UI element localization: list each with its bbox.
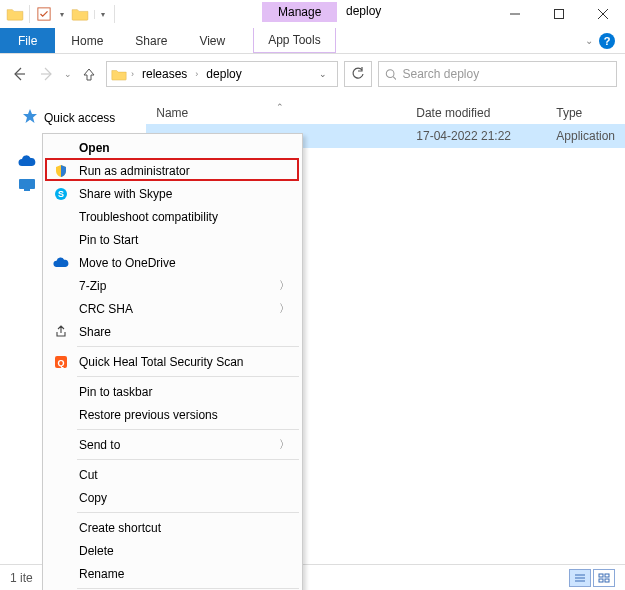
ribbon-expand: ⌄ ? — [575, 28, 625, 53]
column-label: Name — [156, 106, 188, 120]
expand-chevron-icon[interactable]: ⌄ — [585, 35, 593, 46]
svg-rect-16 — [599, 574, 603, 577]
menu-label: Cut — [79, 468, 290, 482]
menu-label: Pin to taskbar — [79, 385, 290, 399]
column-headers: Name ⌃ Date modified Type — [146, 94, 625, 124]
address-bar[interactable]: › releases › deploy ⌄ — [106, 61, 338, 87]
refresh-button[interactable] — [344, 61, 372, 87]
cloud-icon[interactable] — [18, 155, 42, 179]
menu-item-copy[interactable]: Copy — [45, 486, 300, 509]
address-dropdown-icon[interactable]: ⌄ — [311, 69, 335, 79]
app-tools-tab[interactable]: App Tools — [253, 28, 335, 53]
menu-label: Rename — [79, 567, 290, 581]
context-menu: Open Run as administrator S Share with S… — [42, 133, 303, 590]
blank-icon — [51, 436, 71, 454]
view-tab[interactable]: View — [183, 28, 241, 53]
menu-label: Share — [79, 325, 290, 339]
close-button[interactable] — [581, 0, 625, 28]
breadcrumb-item[interactable]: deploy — [200, 62, 247, 86]
menu-item-run-as-administrator[interactable]: Run as administrator — [45, 159, 300, 182]
sidebar-item-quick-access[interactable]: Quick access — [0, 104, 146, 131]
star-icon — [22, 108, 38, 127]
back-button[interactable] — [8, 63, 30, 85]
menu-separator — [77, 588, 299, 589]
svg-point-5 — [386, 69, 394, 77]
properties-icon[interactable] — [35, 6, 53, 22]
chevron-icon[interactable]: › — [131, 69, 134, 79]
menu-label: Open — [79, 141, 290, 155]
sidebar-item-label: Quick access — [44, 111, 115, 125]
forward-button[interactable] — [36, 63, 58, 85]
breadcrumb-item[interactable]: releases — [136, 62, 193, 86]
qat-dropdown-icon[interactable]: ▾ — [56, 10, 68, 19]
menu-item-crc-sha[interactable]: CRC SHA 〉 — [45, 297, 300, 320]
submenu-arrow-icon: 〉 — [279, 301, 290, 316]
column-type[interactable]: Type — [546, 106, 592, 120]
blank-icon — [51, 139, 71, 157]
monitor-icon[interactable] — [18, 178, 42, 202]
menu-separator — [77, 512, 299, 513]
maximize-button[interactable] — [537, 0, 581, 28]
file-tab[interactable]: File — [0, 28, 55, 53]
folder-icon[interactable] — [6, 6, 24, 22]
recent-locations-icon[interactable]: ⌄ — [64, 69, 72, 79]
cloud-icon — [51, 254, 71, 272]
blank-icon — [51, 489, 71, 507]
menu-item-restore-previous[interactable]: Restore previous versions — [45, 403, 300, 426]
menu-label: Move to OneDrive — [79, 256, 290, 270]
window-controls — [493, 0, 625, 28]
menu-item-pin-taskbar[interactable]: Pin to taskbar — [45, 380, 300, 403]
menu-item-pin-start[interactable]: Pin to Start — [45, 228, 300, 251]
menu-label: 7-Zip — [79, 279, 271, 293]
blank-icon — [51, 542, 71, 560]
menu-item-send-to[interactable]: Send to 〉 — [45, 433, 300, 456]
menu-item-rename[interactable]: Rename — [45, 562, 300, 585]
menu-label: Send to — [79, 438, 271, 452]
menu-item-7zip[interactable]: 7-Zip 〉 — [45, 274, 300, 297]
menu-label: Run as administrator — [79, 164, 290, 178]
menu-item-move-onedrive[interactable]: Move to OneDrive — [45, 251, 300, 274]
submenu-arrow-icon: 〉 — [279, 278, 290, 293]
menu-item-delete[interactable]: Delete — [45, 539, 300, 562]
folder-icon — [71, 6, 89, 22]
menu-label: Restore previous versions — [79, 408, 290, 422]
help-icon[interactable]: ? — [599, 33, 615, 49]
menu-label: Copy — [79, 491, 290, 505]
home-tab[interactable]: Home — [55, 28, 119, 53]
up-button[interactable] — [78, 63, 100, 85]
column-date[interactable]: Date modified — [406, 106, 546, 120]
skype-icon: S — [51, 185, 71, 203]
menu-item-create-shortcut[interactable]: Create shortcut — [45, 516, 300, 539]
share-tab[interactable]: Share — [119, 28, 183, 53]
menu-item-open[interactable]: Open — [45, 136, 300, 159]
svg-rect-19 — [605, 579, 609, 582]
menu-item-quickheal[interactable]: Q Quick Heal Total Security Scan — [45, 350, 300, 373]
svg-rect-17 — [605, 574, 609, 577]
svg-rect-7 — [19, 179, 35, 189]
details-view-button[interactable] — [569, 569, 591, 587]
chevron-icon[interactable]: ▾ — [94, 10, 109, 19]
menu-separator — [77, 459, 299, 460]
minimize-button[interactable] — [493, 0, 537, 28]
menu-label: CRC SHA — [79, 302, 271, 316]
search-input[interactable] — [402, 67, 610, 81]
icons-view-button[interactable] — [593, 569, 615, 587]
blank-icon — [51, 383, 71, 401]
svg-rect-18 — [599, 579, 603, 582]
chevron-icon[interactable]: › — [195, 69, 198, 79]
menu-item-cut[interactable]: Cut — [45, 463, 300, 486]
menu-item-share-skype[interactable]: S Share with Skype — [45, 182, 300, 205]
menu-item-troubleshoot[interactable]: Troubleshoot compatibility — [45, 205, 300, 228]
title-bar: ▾ ▾ Manage deploy — [0, 0, 625, 28]
blank-icon — [51, 406, 71, 424]
file-date-cell: 17-04-2022 21:22 — [406, 129, 546, 143]
menu-item-share[interactable]: Share — [45, 320, 300, 343]
search-box[interactable] — [378, 61, 618, 87]
column-name[interactable]: Name ⌃ — [146, 106, 406, 120]
menu-label: Share with Skype — [79, 187, 290, 201]
svg-text:S: S — [58, 189, 64, 199]
ribbon-tabs: File Home Share View App Tools ⌄ ? — [0, 28, 625, 54]
blank-icon — [51, 466, 71, 484]
blank-icon — [51, 208, 71, 226]
blank-icon — [51, 519, 71, 537]
